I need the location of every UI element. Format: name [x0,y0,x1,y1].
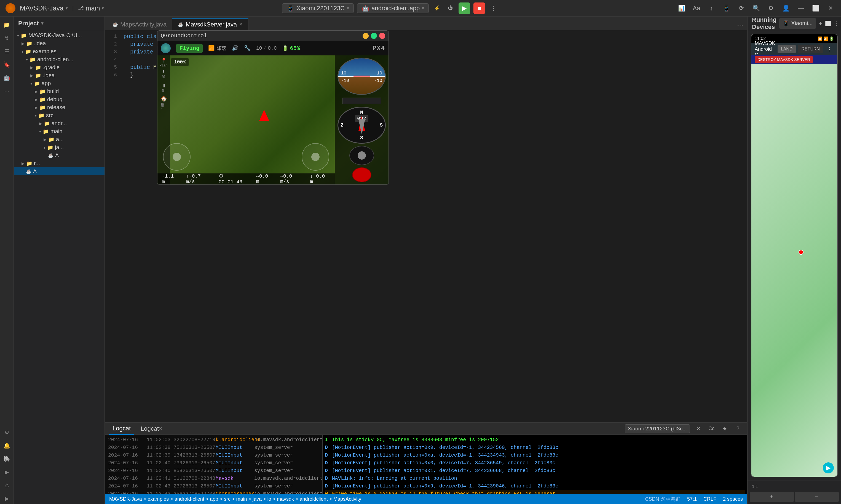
tab-close-icon[interactable]: ✕ [239,22,243,27]
logcat-clear-icon[interactable]: ✕ [693,424,703,434]
signal-value2: 0.0 [268,46,276,51]
build-stats-btn[interactable]: ⚡ [432,3,442,13]
tree-item-ja[interactable]: ▾ 📁 ja... [14,143,105,151]
tree-item-build[interactable]: ▶ 📁 build [14,87,105,95]
tree-item-debug[interactable]: ▶ 📁 debug [14,95,105,103]
app-target-selector[interactable]: 🤖 android-client.app ▾ [357,3,429,13]
tab-mavsdk-server[interactable]: ☕ MavsdkServer.java ✕ [172,18,248,30]
speaker-icon: 🔊 [232,45,238,52]
phone-return-btn[interactable]: RETURN [798,45,823,53]
tree-item-examples[interactable]: ▾ 📁 examples [14,48,105,55]
qgc-map[interactable]: 📍 Plan ⬆ 起飞 ⏸ [158,55,389,184]
device-dropdown-icon: ▾ [347,5,349,11]
takeoff-tool[interactable]: ⬆ 起飞 [159,72,169,82]
tree-item-main[interactable]: ▾ 📁 main [14,127,105,136]
tree-label: .idea [43,72,55,78]
sidebar-notifications-icon[interactable]: 🔔 [1,440,13,451]
rd-add-device-icon[interactable]: + [819,18,822,29]
phone-fab-btn[interactable]: ▶ [823,462,834,473]
app-dropdown-icon[interactable]: ▾ [66,5,68,11]
power-btn[interactable]: ⏻ [445,3,455,13]
sidebar-terminal-icon[interactable]: ▶ [1,467,13,478]
sidebar-commit-icon[interactable]: ↯ [1,33,13,43]
phone-menu-icon[interactable]: ⋮ [825,44,834,54]
rd-layout-icon[interactable]: ⬜ [825,18,831,29]
encoding-indicator: CRLF [703,496,716,502]
qgc-minimize-btn[interactable] [363,33,369,39]
phone-land-btn[interactable]: LAND [777,45,796,53]
phone-app-bar: MAVSDK Android C... LAND RETURN ⋮ [751,43,837,55]
log-pid: 26313-26507 [182,483,216,490]
sidebar-android-icon[interactable]: 🤖 [1,72,13,83]
settings-icon[interactable]: ⚙ [766,3,776,13]
tree-item-javafile2[interactable]: ☕ A [14,167,105,175]
sdk-manager-icon[interactable]: ↕ [706,3,716,13]
app-name[interactable]: MAVSDK-Java ▾ [20,4,68,12]
logcat-settings-icon[interactable]: Cc [706,424,716,434]
telemetry-dist: ↔0.0 m [256,174,273,184]
rd-zoom-out-btn[interactable]: − [795,492,839,502]
joystick-right[interactable] [302,143,329,171]
tree-item-src[interactable]: ▾ 📁 src [14,111,105,120]
logcat-help-icon[interactable]: ? [733,424,743,434]
run-button[interactable]: ▶ [459,2,470,14]
spell-check-icon[interactable]: Aa [692,3,701,13]
phone-map-content[interactable]: ▶ [751,64,837,477]
java-file-icon: ☕ [178,22,183,27]
account-icon[interactable]: 👤 [781,3,791,13]
breadcrumb-bar: MAVSDK-Java > examples > android-client … [105,494,747,504]
search-icon[interactable]: 🔍 [751,3,761,13]
logcat-filter-icon[interactable]: ★ [720,424,730,434]
tree-item-app[interactable]: ▾ 📁 app [14,79,105,87]
sidebar-bookmarks-icon[interactable]: 🔖 [1,59,13,70]
close-btn[interactable]: ✕ [826,3,836,13]
plan-tool[interactable]: 📍 Plan [159,58,169,68]
profiler-icon[interactable]: 📊 [677,3,686,13]
sidebar-problems-icon[interactable]: ⚠ [1,480,13,491]
destroy-label: DESTROY MAVSDK SERVER [757,57,810,62]
log-left-panel: 2024-07-16 11:02:03.320 22708-22719 k.an… [105,435,323,494]
rd-zoom-in-btn[interactable]: + [750,492,794,502]
tree-item-release[interactable]: ▶ 📁 release [14,103,105,111]
stop-button[interactable]: ■ [473,2,485,14]
logcat-device-selector[interactable]: Xiaomi 2201123C (bf3c... [625,424,690,433]
tree-item-gradle[interactable]: ▶ 📁 .gradle [14,64,105,71]
rd-more-icon[interactable]: ⋮ [834,18,839,29]
logcat-tab-label-1: Logcat [112,425,131,432]
editor-settings-icon[interactable]: ⋯ [735,20,745,30]
device-selector[interactable]: 📱 Xiaomi 2201123C ▾ [282,3,354,13]
rd-device-tab[interactable]: 📱 Xiaomi... [779,18,816,29]
tree-item-mavsdk[interactable]: ▾ 📁 MAVSDK-Java C:\U... [14,32,105,39]
sidebar-run-icon[interactable]: ▶ [1,493,13,504]
tree-item-idea[interactable]: ▶ 📁 .idea [14,39,105,48]
tools-icon: 🔧 [244,45,251,52]
tab-maps-activity[interactable]: ☕ MapsActivity.java [107,18,172,30]
minimize-btn[interactable]: — [796,3,806,13]
qgc-maximize-btn[interactable] [371,33,377,39]
return-tool[interactable]: 🏠 返航/返回 [159,101,169,111]
more-options-btn[interactable]: ⋮ [488,3,498,13]
joystick-left[interactable] [163,143,191,171]
tree-item-android-client[interactable]: ▾ 📁 android-clien... [14,55,105,64]
pause-tool[interactable]: ⏸ 暂停 [159,86,169,96]
tree-item-a1[interactable]: ▶ 📁 a... [14,136,105,143]
destroy-server-btn[interactable]: DESTROY MAVSDK SERVER [755,56,813,63]
tree-item-andr[interactable]: ▶ 📁 andr... [14,120,105,127]
avd-manager-icon[interactable]: 📱 [721,3,731,13]
logcat-tab-1[interactable]: Logcat [109,423,134,435]
sidebar-structure-icon[interactable]: ☰ [1,46,13,57]
log-source: io.mavsdk.androidclient [254,436,315,444]
tree-item-r[interactable]: ▶ 📁 r... [14,159,105,167]
sidebar-gradle-icon[interactable]: 🐘 [1,453,13,464]
tree-item-javafile1[interactable]: ☕ A [14,151,105,159]
branch-selector[interactable]: ⎇ main ▾ [78,4,104,12]
logcat-tab-2[interactable]: Logcat ✕ [137,423,166,435]
tree-item-idea2[interactable]: ▶ 📁 .idea [14,71,105,79]
sync-icon[interactable]: ⟳ [736,3,746,13]
maximize-btn[interactable]: ⬜ [811,3,821,13]
qgc-close-btn[interactable] [379,33,385,39]
logcat-tab-close[interactable]: ✕ [159,426,162,431]
sidebar-more-icon[interactable]: ⋯ [1,86,13,96]
sidebar-settings-icon[interactable]: ⚙ [1,427,13,438]
sidebar-project-icon[interactable]: 📁 [1,19,13,30]
